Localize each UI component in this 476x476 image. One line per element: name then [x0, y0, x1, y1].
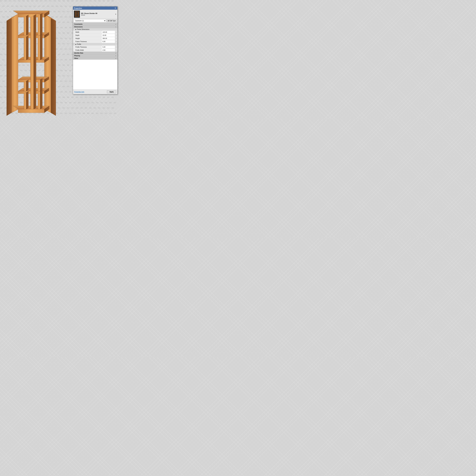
item-thumbnail: [74, 11, 80, 18]
panel-titlebar: Properties ✕: [73, 7, 117, 10]
other-section-header[interactable]: Other »: [73, 57, 117, 60]
other-collapse-icon: »: [116, 58, 116, 59]
room-divider-3d: [3, 4, 60, 116]
svg-marker-27: [26, 15, 28, 35]
svg-marker-35: [26, 80, 28, 91]
profile-width-value[interactable]: 2.50: [102, 49, 115, 51]
svg-marker-41: [40, 90, 42, 109]
height-btn[interactable]: ⋯: [115, 37, 117, 40]
profile-label: Profile: [77, 43, 81, 45]
profile-width-btn[interactable]: ⋯: [115, 49, 117, 52]
frame-dim-label: Frame Dimensions: [77, 29, 89, 30]
width-btn[interactable]: ⋯: [115, 31, 117, 34]
svg-marker-26: [24, 16, 26, 35]
depth-row: Depth 10.00 ⋯: [73, 34, 117, 37]
frame-thickness-row: Frame Thickness 5.00 ⋯: [73, 40, 117, 43]
constraints-section-header[interactable]: Constraints »: [73, 23, 117, 25]
profile-thickness-value[interactable]: 5.00: [102, 46, 115, 48]
svg-marker-39: [26, 91, 28, 109]
viewport: [0, 0, 71, 119]
svg-marker-33: [40, 34, 42, 60]
item-name: RD_Room Divider 09: [81, 13, 114, 14]
profile-thickness-row: Profile Thickness 5.00 ⋯: [73, 45, 117, 49]
frame-thickness-btn[interactable]: ⋯: [115, 40, 117, 43]
svg-marker-8: [13, 11, 49, 14]
svg-rect-47: [75, 13, 79, 14]
frame-thickness-value[interactable]: 5.00: [102, 40, 115, 43]
profile-width-row: Profile Width 2.50 ⋯: [73, 49, 117, 52]
svg-marker-29: [40, 13, 42, 35]
panel-title: Properties: [74, 7, 82, 9]
svg-marker-0: [12, 14, 18, 113]
svg-marker-3: [44, 14, 51, 113]
category-selector[interactable]: Casework (1): [74, 19, 106, 22]
svg-marker-1: [7, 17, 12, 116]
selector-row: Casework (1) ⊞ Edit Type: [73, 19, 117, 23]
svg-marker-34: [24, 81, 26, 91]
svg-marker-4: [51, 17, 56, 116]
edit-type-button[interactable]: ⊞ Edit Type: [107, 19, 117, 22]
height-value[interactable]: 300.00: [102, 37, 115, 40]
identity-data-section-header[interactable]: Identity Data »: [73, 52, 117, 54]
height-row: Height 300.00 ⋯: [73, 37, 117, 40]
depth-label: Depth: [73, 34, 102, 37]
item-material: Wood: [81, 14, 114, 16]
panel-footer: Properties help Apply: [73, 89, 117, 94]
svg-marker-40: [38, 91, 40, 109]
properties-panel: Properties ✕ RD_Room Divider 09 Wood ▼ C…: [73, 6, 118, 94]
empty-space: [73, 60, 117, 89]
edit-type-icon: ⊞: [108, 20, 109, 22]
profile-thickness-btn[interactable]: ⋯: [115, 46, 117, 49]
svg-marker-32: [38, 35, 40, 60]
close-button[interactable]: ✕: [114, 7, 117, 9]
width-value[interactable]: 120.00: [102, 31, 115, 34]
svg-marker-24: [30, 16, 34, 109]
dimensions-label: Dimensions: [74, 26, 83, 28]
height-label: Height: [73, 37, 102, 40]
panel-title-text: RD_Room Divider 09 Wood: [81, 13, 114, 16]
constraints-collapse-icon: »: [116, 23, 116, 25]
apply-button[interactable]: Apply: [107, 90, 116, 93]
constraints-label: Constraints: [74, 23, 83, 25]
depth-value[interactable]: 10.00: [102, 34, 115, 37]
phasing-collapse-icon: »: [116, 55, 116, 56]
svg-marker-37: [40, 78, 42, 91]
identity-data-label: Identity Data: [74, 52, 83, 54]
phasing-section-header[interactable]: Phasing »: [73, 54, 117, 57]
edit-type-label: Edit Type: [109, 20, 116, 22]
svg-marker-28: [38, 14, 40, 35]
svg-rect-43: [78, 11, 79, 17]
dimensions-section-header[interactable]: Dimensions «: [73, 25, 117, 28]
other-label: Other: [74, 58, 78, 59]
svg-rect-48: [75, 15, 79, 15]
dimensions-collapse-icon: «: [116, 26, 116, 28]
svg-marker-9: [18, 109, 44, 113]
width-label: Width: [73, 31, 102, 34]
frame-dimensions-header[interactable]: Frame Dimensions: [73, 28, 117, 31]
depth-btn[interactable]: ⋯: [115, 34, 117, 37]
phasing-label: Phasing: [74, 55, 80, 56]
identity-data-collapse-icon: »: [116, 52, 116, 54]
frame-thickness-label: Frame Thickness: [73, 40, 102, 43]
panel-header: RD_Room Divider 09 Wood ▼: [73, 10, 117, 19]
properties-help-link[interactable]: Properties help: [74, 91, 84, 93]
width-row: Width 120.00 ⋯: [73, 31, 117, 34]
frame-dim-arrow-icon: [75, 29, 76, 30]
svg-rect-42: [75, 11, 76, 17]
svg-rect-46: [77, 11, 77, 17]
dropdown-arrow-icon[interactable]: ▼: [115, 13, 117, 15]
profile-arrow-icon: [75, 43, 76, 45]
svg-marker-30: [24, 37, 26, 60]
svg-marker-38: [24, 92, 26, 109]
svg-marker-31: [26, 35, 28, 60]
profile-thickness-label: Profile Thickness: [73, 46, 102, 49]
panel-body: Constraints » Dimensions « Frame Dimensi…: [73, 23, 117, 89]
svg-marker-36: [38, 80, 40, 91]
profile-header[interactable]: Profile: [73, 43, 117, 45]
svg-marker-25: [34, 14, 36, 109]
profile-width-label: Profile Width: [73, 49, 102, 52]
